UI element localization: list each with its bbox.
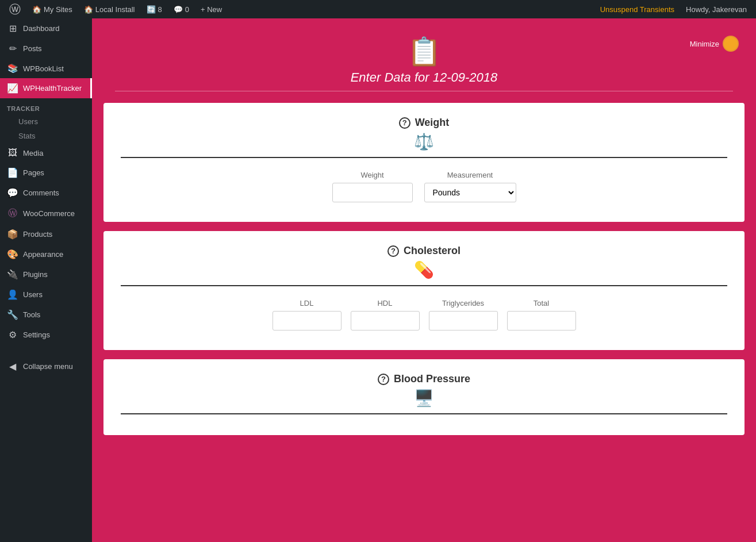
sidebar-item-label-collapse: Collapse menu <box>23 362 73 371</box>
my-sites-button[interactable]: 🏠 My Sites <box>28 0 77 18</box>
tracker-header-icon: 📋 <box>103 36 745 68</box>
howdy-label: Howdy, Jakerevan <box>686 5 747 14</box>
sidebar-item-label-tools: Tools <box>23 310 40 319</box>
collapse-icon: ◀ <box>7 361 18 372</box>
wp-logo-button[interactable]: ⓦ <box>5 0 25 18</box>
sidebar-item-tools[interactable]: 🔧 Tools <box>0 305 92 325</box>
total-input[interactable] <box>507 311 576 330</box>
sidebar-item-woocommerce[interactable]: Ⓦ WooCommerce <box>0 203 92 224</box>
measurement-select[interactable]: Pounds Kilograms Stone <box>424 183 516 202</box>
sidebar-item-collapse[interactable]: ◀ Collapse menu <box>0 356 92 376</box>
wpbooklist-icon: 📚 <box>7 63 18 74</box>
tracker-title: Enter Data for 12-09-2018 <box>115 70 733 91</box>
sidebar-item-label-users: Users <box>23 290 43 299</box>
new-label: + New <box>201 5 222 14</box>
sidebar-item-label-plugins: Plugins <box>23 270 48 279</box>
blood-pressure-card-icon: 🖥️ <box>121 389 727 414</box>
sidebar-item-posts[interactable]: ✏ Posts <box>0 39 92 59</box>
blood-pressure-card-title: Blood Pressure <box>394 373 470 385</box>
weight-card-icon: ⚖️ <box>121 132 727 158</box>
sidebar-item-tracker-users[interactable]: Users <box>0 114 92 129</box>
sidebar-item-settings[interactable]: ⚙ Settings <box>0 325 92 345</box>
comments-sidebar-icon: 💬 <box>7 187 18 198</box>
weight-help-icon[interactable]: ? <box>399 117 410 129</box>
new-button[interactable]: + New <box>196 0 227 18</box>
unsuspend-label: Unsuspend Transients <box>600 5 674 14</box>
triglycerides-input[interactable] <box>429 311 498 330</box>
tools-icon: 🔧 <box>7 309 18 320</box>
sidebar-item-wphealthtracker[interactable]: 📈 WPHealthTracker <box>0 78 92 98</box>
comments-button[interactable]: 💬 0 <box>169 0 194 18</box>
measurement-field-group: Measurement Pounds Kilograms Stone <box>424 171 516 202</box>
ldl-input[interactable] <box>273 311 341 330</box>
local-install-icon: 🏠 <box>84 5 93 14</box>
cholesterol-help-icon[interactable]: ? <box>387 245 399 257</box>
sidebar-item-wpbooklist[interactable]: 📚 WPBookList <box>0 59 92 78</box>
sidebar-item-label-settings: Settings <box>23 330 50 339</box>
cholesterol-card-icon: 💊 <box>121 260 727 286</box>
updates-icon: 🔄 <box>147 5 156 14</box>
sidebar-item-label-dashboard: Dashboard <box>23 24 60 33</box>
sidebar-item-users[interactable]: 👤 Users <box>0 285 92 305</box>
main-content: Minimize 📋 Enter Data for 12-09-2018 ? W… <box>92 18 756 542</box>
unsuspend-transients-button[interactable]: Unsuspend Transients <box>596 0 679 18</box>
cholesterol-card: ? Cholesterol 💊 LDL HDL Triglycerides <box>103 231 745 350</box>
cholesterol-fields-row: LDL HDL Triglycerides Total <box>121 293 727 336</box>
ldl-field-label: LDL <box>273 299 341 307</box>
sidebar: ⊞ Dashboard ✏ Posts 📚 WPBookList 📈 WPHea… <box>0 18 92 542</box>
sidebar-item-label-posts: Posts <box>23 44 42 53</box>
sidebar-item-label-wpbooklist: WPBookList <box>23 64 64 73</box>
comments-count: 0 <box>185 5 189 14</box>
weight-input[interactable] <box>332 183 413 202</box>
dashboard-icon: ⊞ <box>7 23 18 34</box>
sidebar-item-label-products: Products <box>23 230 52 239</box>
products-icon: 📦 <box>7 229 18 240</box>
admin-bar: ⓦ 🏠 My Sites 🏠 Local Install 🔄 8 💬 0 + N… <box>0 0 756 18</box>
hdl-field-label: HDL <box>351 299 420 307</box>
total-field-label: Total <box>507 299 576 307</box>
sidebar-item-label-media: Media <box>23 149 43 157</box>
users-icon: 👤 <box>7 289 18 300</box>
sidebar-item-plugins[interactable]: 🔌 Plugins <box>0 264 92 285</box>
woocommerce-icon: Ⓦ <box>7 207 18 220</box>
sidebar-item-label-wphealthtracker: WPHealthTracker <box>23 84 82 93</box>
appearance-icon: 🎨 <box>7 249 18 260</box>
sidebar-item-products[interactable]: 📦 Products <box>0 224 92 244</box>
total-field-group: Total <box>507 299 576 330</box>
ldl-field-group: LDL <box>273 299 341 330</box>
tracker-section-header: Tracker <box>0 98 92 114</box>
sidebar-item-comments[interactable]: 💬 Comments <box>0 183 92 203</box>
my-sites-label: My Sites <box>44 5 72 14</box>
wphealthtracker-icon: 📈 <box>7 83 18 94</box>
sidebar-item-label-woocommerce: WooCommerce <box>23 209 75 218</box>
sidebar-item-appearance[interactable]: 🎨 Appearance <box>0 244 92 264</box>
settings-icon: ⚙ <box>7 329 18 340</box>
sidebar-item-tracker-stats[interactable]: Stats <box>0 129 92 143</box>
triglycerides-field-label: Triglycerides <box>429 299 498 307</box>
pages-icon: 📄 <box>7 167 18 178</box>
sidebar-item-pages[interactable]: 📄 Pages <box>0 163 92 183</box>
minimize-label: Minimize <box>690 40 719 48</box>
updates-count: 8 <box>158 5 162 14</box>
tracker-header: Minimize 📋 Enter Data for 12-09-2018 <box>103 30 745 103</box>
updates-button[interactable]: 🔄 8 <box>142 0 167 18</box>
blood-pressure-card: ? Blood Pressure 🖥️ <box>103 359 745 435</box>
weight-fields-row: Weight Measurement Pounds Kilograms Ston… <box>121 165 727 208</box>
my-sites-icon: 🏠 <box>32 5 41 14</box>
hdl-input[interactable] <box>351 311 420 330</box>
media-icon: 🖼 <box>7 148 18 158</box>
sidebar-item-media[interactable]: 🖼 Media <box>0 143 92 163</box>
triglycerides-field-group: Triglycerides <box>429 299 498 330</box>
weight-field-group: Weight <box>332 171 413 202</box>
howdy-menu[interactable]: Howdy, Jakerevan <box>681 0 751 18</box>
sidebar-item-dashboard[interactable]: ⊞ Dashboard <box>0 18 92 39</box>
minimize-button[interactable]: Minimize <box>690 36 739 52</box>
blood-pressure-help-icon[interactable]: ? <box>378 374 389 385</box>
local-install-button[interactable]: 🏠 Local Install <box>79 0 140 18</box>
plugins-icon: 🔌 <box>7 269 18 280</box>
posts-icon: ✏ <box>7 43 18 54</box>
sidebar-item-label-comments: Comments <box>23 189 59 197</box>
minimize-circle-icon <box>723 36 739 52</box>
wp-logo-icon: ⓦ <box>9 2 21 17</box>
measurement-field-label: Measurement <box>424 171 516 179</box>
